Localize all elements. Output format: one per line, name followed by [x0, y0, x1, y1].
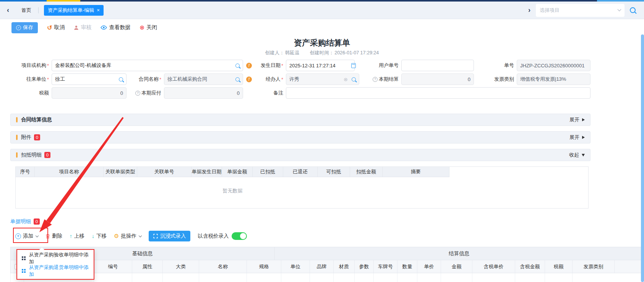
add-dropdown-menu: 从资产采购验收单明细中添加 从资产采购退货单明细中添加: [16, 249, 94, 280]
column-header: 序号: [16, 167, 35, 177]
doc-no-input: [517, 60, 590, 71]
trash-icon: [45, 234, 50, 239]
help-icon: [373, 77, 378, 82]
expand-toggle[interactable]: 展开: [569, 134, 585, 141]
remark-field: [286, 87, 590, 99]
save-button[interactable]: 保存: [11, 22, 38, 33]
contract-search-icon[interactable]: [235, 77, 240, 82]
tax-price-toggle[interactable]: [232, 232, 247, 240]
person-icon: [74, 25, 79, 30]
column-header: 单位: [281, 260, 310, 273]
contract-input[interactable]: [164, 73, 243, 85]
collapse-toggle[interactable]: 收起: [569, 152, 585, 158]
section-attachment[interactable]: 附件 0 展开: [10, 131, 590, 143]
agent-field: [286, 73, 359, 85]
current-settle-input: [401, 73, 474, 85]
project-input[interactable]: [52, 60, 243, 71]
current-payable-field: [164, 87, 243, 99]
deduction-table-header: 序号 项目名称 关联单据类型 关联单号 单据发生日期 单据金额 已扣抵 已退还 …: [16, 167, 449, 177]
project-select[interactable]: [536, 4, 625, 17]
column-header: 单据金额: [222, 167, 253, 177]
move-down-button[interactable]: 下移: [92, 233, 107, 240]
detail-count-badge: 0: [34, 218, 40, 225]
expand-toggle[interactable]: 展开: [569, 116, 585, 123]
contract-label: 合同名称: [127, 73, 164, 85]
section-deduction[interactable]: 扣抵明细 0 收起: [10, 149, 590, 161]
toggle-knob: [240, 233, 246, 239]
empty-placeholder: 暂无数据: [16, 187, 449, 194]
delete-button[interactable]: 删除: [45, 233, 62, 240]
menu-item-add-from-acceptance[interactable]: 从资产采购验收单明细中添加: [17, 252, 94, 264]
triangle-right-icon: [582, 136, 585, 139]
project-label: 项目或机构: [0, 60, 52, 71]
column-header: 含税单价: [472, 260, 515, 273]
clear-icon[interactable]: [344, 76, 348, 83]
tax-price-toggle-label: 以含税价录入: [198, 233, 229, 240]
move-up-label: 上移: [74, 233, 84, 240]
column-header: 税额: [545, 260, 572, 273]
vendor-search-icon[interactable]: [119, 77, 123, 82]
doc-no-label: 单号: [474, 60, 517, 71]
agent-input[interactable]: [286, 73, 359, 85]
project-search-icon[interactable]: [235, 64, 240, 68]
move-up-button[interactable]: 上移: [70, 233, 84, 240]
column-header: 属性: [132, 260, 162, 273]
project-select-input[interactable]: [540, 7, 618, 13]
add-button[interactable]: 添加: [15, 233, 38, 240]
section-title: 合同结算信息: [21, 116, 52, 123]
column-header: 单价: [417, 260, 441, 273]
close-button[interactable]: 关闭: [140, 24, 157, 31]
immersive-entry-button[interactable]: 沉浸式录入: [149, 231, 191, 241]
cancel-label: 取消: [54, 24, 65, 31]
audit-button[interactable]: 审核: [74, 24, 91, 31]
vertical-scrollbar[interactable]: [641, 34, 644, 282]
batch-ops-button[interactable]: 批操作: [114, 233, 141, 240]
chevron-down-icon[interactable]: [618, 8, 621, 11]
cancel-button[interactable]: 取消: [47, 24, 65, 31]
column-header: 规格: [247, 260, 281, 273]
project-field: [52, 60, 243, 71]
user-no-field: [401, 60, 474, 71]
view-data-button[interactable]: 查看数据: [101, 24, 130, 31]
detail-toolbar: 添加 删除 上移 下移 批操作 沉浸式录入 以: [15, 230, 247, 242]
user-no-input[interactable]: [401, 60, 474, 71]
section-contract-settle[interactable]: 合同结算信息 展开: [10, 114, 590, 126]
tab-divider: [38, 7, 39, 13]
detail-table-header-row: 编号 属性 大类 名称 规格 单位 品牌 材质 参数 车牌号 数量 单价 金额 …: [10, 260, 644, 273]
back-chevron-icon[interactable]: ‹: [2, 6, 15, 14]
column-header: 含税金额: [515, 260, 545, 273]
view-data-label: 查看数据: [109, 24, 130, 31]
current-payable-label: 本期应付: [127, 87, 164, 99]
current-payable-input: [164, 87, 243, 99]
page-title: 资产采购结算单: [0, 37, 644, 48]
column-header: 发票类别: [572, 260, 614, 273]
contract-warning-icon: [246, 77, 252, 82]
add-label: 添加: [23, 233, 33, 240]
column-header: 参数: [354, 260, 373, 273]
current-settle-field: [401, 73, 474, 85]
delete-label: 删除: [52, 233, 62, 240]
invoice-type-input: [517, 73, 590, 85]
tax-input: [52, 87, 127, 99]
remark-input[interactable]: [286, 87, 590, 99]
agent-search-icon[interactable]: [352, 77, 356, 82]
tab-active[interactable]: 资产采购结算单-编辑: [44, 5, 104, 16]
search-icon[interactable]: [630, 7, 636, 13]
occur-date-input[interactable]: [286, 60, 355, 71]
column-header: 品牌: [310, 260, 333, 273]
close-label: 关闭: [146, 24, 157, 31]
vendor-input[interactable]: [52, 73, 127, 85]
calendar-icon[interactable]: [351, 63, 356, 68]
batch-ops-label: 批操作: [121, 233, 136, 240]
column-header: 关联单号: [137, 167, 191, 177]
column-header: 项目名称: [35, 167, 104, 177]
user-no-label: 用户单号: [359, 60, 401, 71]
tab-home[interactable]: 首页: [15, 7, 38, 14]
arrow-down-icon: [92, 233, 94, 239]
doc-no-field: [517, 60, 590, 71]
forward-chevron-icon[interactable]: ›: [523, 6, 536, 14]
close-circle-icon: [140, 24, 144, 31]
menu-item-add-from-return[interactable]: 从资产采购退货单明细中添加: [17, 264, 94, 277]
column-header: 金额: [441, 260, 472, 273]
tab-close-icon[interactable]: [97, 7, 100, 13]
